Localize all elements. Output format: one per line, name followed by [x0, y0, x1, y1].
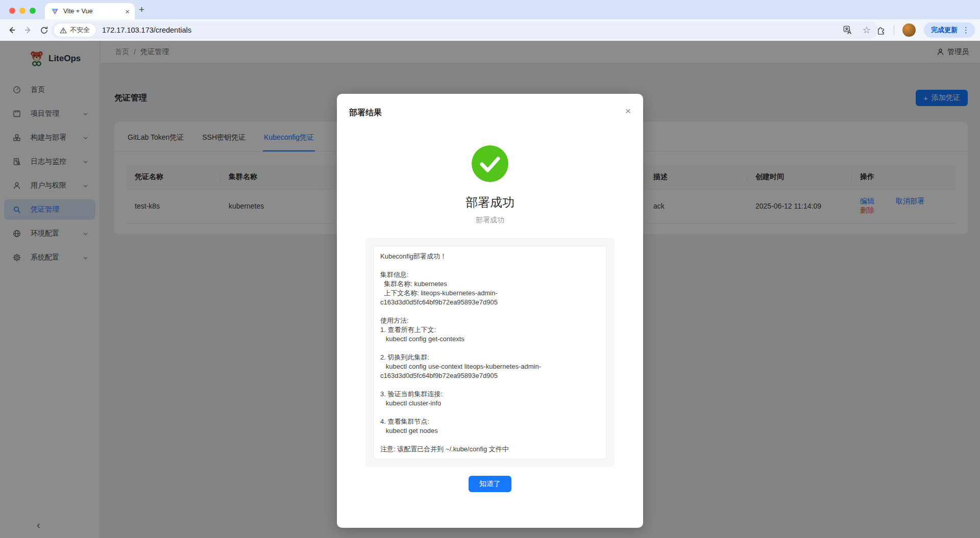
back-icon[interactable] [7, 25, 16, 35]
kubeconfig-output-text: Kubeconfig部署成功！ 集群信息: 集群名称: kubernetes 上… [380, 252, 600, 454]
forward-icon[interactable] [23, 25, 33, 35]
tab-strip: Vite + Vue × + [0, 0, 980, 19]
modal-title: 部署结果 [337, 94, 643, 118]
browser-toolbar: 不安全 172.17.103.173/credentials ☆ [0, 19, 980, 41]
modal-close-icon[interactable]: × [625, 106, 631, 116]
security-chip[interactable]: 不安全 [54, 23, 96, 37]
menu-dots-icon[interactable]: ⋮ [962, 25, 970, 35]
output-box: Kubeconfig部署成功！ 集群信息: 集群名称: kubernetes 上… [373, 246, 607, 459]
ok-button[interactable]: 知道了 [469, 476, 511, 492]
toolbar-divider [894, 25, 894, 35]
deploy-result-modal: 部署结果 × 部署成功 部署成功 Kubeconfig部署成功！ 集群信息: 集… [337, 94, 643, 528]
output-panel: Kubeconfig部署成功！ 集群信息: 集群名称: kubernetes 上… [365, 238, 615, 467]
minimize-window-button[interactable] [19, 8, 26, 14]
security-label: 不安全 [70, 25, 90, 35]
tab-title: Vite + Vue [63, 8, 125, 15]
not-secure-warning-icon [60, 27, 67, 34]
success-check-icon [472, 145, 508, 182]
address-bar[interactable]: 不安全 172.17.103.173/credentials ☆ [51, 21, 878, 39]
vite-favicon [51, 8, 59, 15]
url-text[interactable]: 172.17.103.173/credentials [102, 26, 843, 34]
browser-tab[interactable]: Vite + Vue × [45, 3, 135, 19]
window-controls [9, 8, 36, 14]
new-tab-button[interactable]: + [139, 5, 144, 15]
update-chrome-button[interactable]: 完成更新 ⋮ [924, 22, 975, 38]
result-title: 部署成功 [337, 194, 643, 211]
browser-chrome: Vite + Vue × + 不安全 172.17.103.173/creden… [0, 0, 980, 41]
update-chrome-label: 完成更新 [931, 25, 958, 35]
profile-avatar[interactable] [902, 23, 916, 37]
translate-icon[interactable] [843, 25, 852, 35]
zoom-window-button[interactable] [30, 8, 36, 14]
result-subtitle: 部署成功 [337, 216, 643, 225]
tab-close-icon[interactable]: × [125, 8, 130, 15]
extensions-puzzle-icon[interactable] [876, 25, 886, 35]
reload-icon[interactable] [40, 26, 48, 35]
app-viewport: LiteOps 首页 项目管理 [0, 41, 980, 538]
close-window-button[interactable] [9, 8, 15, 14]
bookmark-star-icon[interactable]: ☆ [863, 25, 871, 35]
